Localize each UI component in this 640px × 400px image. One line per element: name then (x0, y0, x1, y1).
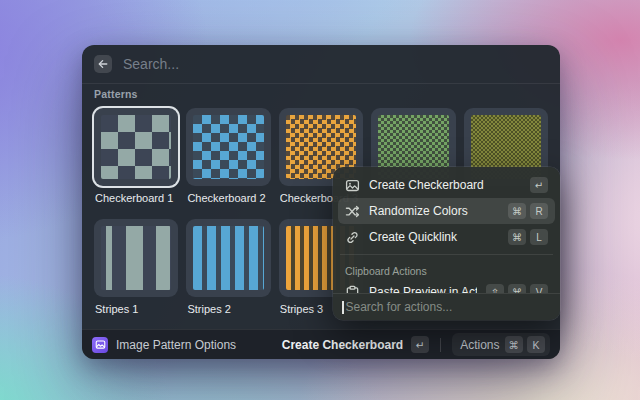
pattern-tile-label: Checkerboard 1 (95, 192, 177, 205)
link-icon (345, 230, 360, 245)
return-keycap: ↵ (411, 336, 429, 353)
pattern-tile[interactable] (186, 219, 270, 297)
actions-keycaps: ⌘K (505, 336, 546, 353)
menu-item-shortcuts: ⌘R (508, 203, 548, 219)
pattern-tile[interactable] (94, 219, 178, 297)
search-input[interactable]: Search... (123, 56, 548, 72)
section-header-patterns: Patterns (94, 88, 548, 100)
image-icon (345, 178, 360, 193)
menu-item[interactable]: Create Checkerboard↵ (338, 172, 555, 198)
search-bar: Search... (82, 45, 560, 84)
menu-item-shortcuts: ↵ (530, 177, 548, 193)
keycap: R (530, 203, 548, 219)
menu-item-shortcuts: ⇧⌘V (486, 284, 548, 293)
pattern-swatch (193, 226, 263, 290)
keycap: K (527, 336, 545, 353)
action-search-placeholder: Search for actions... (346, 300, 453, 314)
keycap: ⌘ (508, 284, 526, 293)
grid-cell: Stripes 1 (94, 219, 178, 329)
keycap: V (530, 284, 548, 293)
footer-divider (440, 338, 441, 352)
clipboard-icon (345, 285, 360, 294)
pattern-swatch (101, 115, 171, 179)
footer-bar: Image Pattern Options Create Checkerboar… (82, 329, 560, 359)
actions-menu-button[interactable]: Actions ⌘K (452, 333, 550, 356)
pattern-swatch (193, 115, 263, 179)
pattern-tile[interactable] (186, 108, 270, 186)
pattern-tile[interactable] (94, 108, 178, 186)
pattern-swatch (101, 226, 171, 290)
pattern-tile-label: Stripes 2 (187, 303, 269, 316)
back-button[interactable] (94, 55, 112, 73)
menu-item-label: Create Checkerboard (369, 178, 521, 192)
menu-section-header: Clipboard Actions (338, 259, 555, 279)
keycap: ⇧ (486, 284, 504, 293)
primary-action-button[interactable]: Create Checkerboard (282, 338, 403, 352)
grid-cell: Checkerboard 2 (186, 108, 270, 219)
pattern-tile-label: Stripes 1 (95, 303, 177, 316)
action-menu-list: Create Checkerboard↵Randomize Colors⌘RCr… (333, 167, 560, 293)
actions-button-label: Actions (460, 338, 499, 352)
grid-cell: Checkerboard 1 (94, 108, 178, 219)
grid-cell: Stripes 2 (186, 219, 270, 329)
keycap: ⌘ (508, 203, 526, 219)
image-pattern-app-icon (92, 337, 108, 353)
pattern-tile-label: Checkerboard 2 (187, 192, 269, 205)
keycap: ⌘ (505, 336, 524, 353)
keycap: ↵ (530, 177, 548, 193)
action-menu-popover: Create Checkerboard↵Randomize Colors⌘RCr… (333, 167, 560, 320)
menu-item[interactable]: Paste Preview in Active App⇧⌘V (338, 279, 555, 293)
menu-item-label: Paste Preview in Active App (369, 285, 477, 293)
shuffle-icon (345, 204, 360, 219)
menu-item[interactable]: Randomize Colors⌘R (338, 198, 555, 224)
menu-item-shortcuts: ⌘L (508, 229, 548, 245)
arrow-left-icon (97, 58, 109, 70)
keycap: ⌘ (508, 229, 526, 245)
menu-item[interactable]: Create Quicklink⌘L (338, 224, 555, 250)
menu-item-label: Create Quicklink (369, 230, 499, 244)
menu-item-label: Randomize Colors (369, 204, 499, 218)
app-title: Image Pattern Options (116, 338, 236, 352)
text-caret (342, 301, 344, 314)
menu-divider (340, 254, 553, 255)
keycap: L (530, 229, 548, 245)
action-menu-search[interactable]: Search for actions... (333, 293, 560, 320)
